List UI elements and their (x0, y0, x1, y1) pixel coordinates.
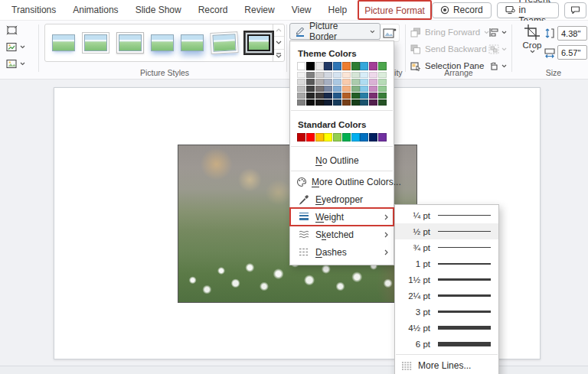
standard-color-swatch[interactable] (297, 133, 305, 141)
theme-variant-swatch[interactable] (378, 72, 387, 78)
theme-variant-swatch[interactable] (324, 99, 332, 106)
standard-color-swatch[interactable] (360, 133, 368, 141)
record-button[interactable]: Record (432, 2, 492, 18)
theme-variant-swatch[interactable] (297, 99, 305, 106)
standard-color-swatch[interactable] (342, 133, 351, 141)
send-backward-button[interactable]: Send Backward (410, 42, 496, 56)
theme-variant-swatch[interactable] (315, 86, 324, 92)
theme-variant-swatch[interactable] (351, 99, 360, 106)
group-objects-button[interactable] (488, 42, 507, 56)
standard-color-swatch[interactable] (369, 133, 377, 141)
theme-variant-swatch[interactable] (297, 79, 305, 85)
theme-color-swatch[interactable] (315, 62, 324, 70)
theme-variant-swatch[interactable] (315, 93, 324, 99)
theme-variant-swatch[interactable] (378, 99, 387, 106)
theme-variant-swatch[interactable] (333, 99, 341, 106)
theme-variant-swatch[interactable] (351, 72, 360, 78)
weight-option-4½-pt[interactable]: 4½ pt (395, 320, 498, 336)
theme-variant-swatch[interactable] (351, 79, 360, 85)
tab-picture-format[interactable]: Picture Format (364, 5, 425, 16)
menu-item-more-outline-colors[interactable]: More Outline Colors... (290, 173, 394, 190)
picture-style-thumbnail[interactable] (116, 32, 144, 54)
picture-style-thumbnail[interactable] (52, 34, 75, 51)
theme-color-swatch[interactable] (342, 62, 351, 70)
theme-variant-swatch[interactable] (360, 79, 368, 85)
theme-variant-swatch[interactable] (369, 79, 377, 85)
picture-border-button[interactable]: Picture Border (289, 23, 381, 40)
picture-style-thumbnail-selected[interactable] (245, 32, 273, 54)
theme-variant-swatch[interactable] (297, 93, 305, 99)
tab-slide-show[interactable]: Slide Show (127, 5, 190, 15)
theme-color-swatch[interactable] (297, 62, 305, 70)
picture-style-thumbnail[interactable] (210, 31, 238, 54)
theme-variant-swatch[interactable] (306, 99, 315, 106)
standard-color-swatch[interactable] (324, 133, 332, 141)
theme-variant-swatch[interactable] (378, 79, 387, 85)
corrections-button[interactable] (6, 42, 25, 52)
theme-variant-swatch[interactable] (360, 99, 368, 106)
weight-option-1½-pt[interactable]: 1½ pt (395, 272, 498, 288)
weight-option-¼-pt[interactable]: ¼ pt (395, 207, 498, 223)
theme-color-swatch[interactable] (324, 62, 332, 70)
theme-color-swatch[interactable] (306, 62, 315, 70)
menu-item-no-outline[interactable]: No Outline (290, 151, 394, 169)
picture-style-thumbnail[interactable] (82, 32, 109, 54)
theme-variant-swatch[interactable] (324, 93, 332, 99)
weight-option-3-pt[interactable]: 3 pt (395, 304, 498, 320)
present-in-teams-button[interactable]: Present in Teams (497, 2, 559, 18)
weight-option-2¼-pt[interactable]: 2¼ pt (395, 288, 498, 304)
menu-item-eyedropper[interactable]: Eyedropper (290, 190, 394, 208)
theme-variant-swatch[interactable] (333, 86, 341, 92)
theme-variant-swatch[interactable] (306, 93, 315, 99)
standard-color-swatch[interactable] (333, 133, 341, 141)
theme-variant-swatch[interactable] (306, 79, 315, 85)
menu-item-more-lines[interactable]: More Lines... (395, 357, 498, 374)
theme-variant-swatch[interactable] (333, 72, 341, 78)
remove-background-button[interactable] (6, 25, 18, 35)
weight-option-½-pt[interactable]: ½ pt (395, 223, 498, 239)
comments-button[interactable] (564, 2, 586, 18)
theme-variant-swatch[interactable] (315, 99, 324, 106)
theme-variant-swatch[interactable] (369, 99, 377, 106)
tab-animations[interactable]: Animations (64, 5, 126, 15)
gallery-more-button[interactable] (273, 50, 284, 61)
weight-option-¾-pt[interactable]: ¾ pt (395, 239, 498, 255)
theme-variant-swatch[interactable] (378, 93, 387, 99)
theme-variant-swatch[interactable] (378, 86, 387, 92)
weight-option-1-pt[interactable]: 1 pt (395, 255, 498, 272)
standard-color-swatch[interactable] (315, 133, 324, 141)
theme-variant-swatch[interactable] (306, 86, 315, 92)
tab-record[interactable]: Record (190, 5, 237, 15)
alt-text-button[interactable] (379, 24, 400, 42)
theme-variant-swatch[interactable] (369, 72, 377, 78)
width-input[interactable]: 6.57" (557, 45, 587, 60)
theme-variant-swatch[interactable] (297, 86, 305, 92)
theme-variant-swatch[interactable] (342, 99, 351, 106)
theme-variant-swatch[interactable] (324, 79, 332, 85)
standard-color-swatch[interactable] (378, 133, 387, 141)
tab-transitions[interactable]: Transitions (3, 5, 64, 15)
menu-item-weight[interactable]: Weight (290, 208, 394, 226)
theme-variant-swatch[interactable] (351, 93, 360, 99)
menu-item-sketched[interactable]: Sketched (290, 226, 394, 243)
theme-variant-swatch[interactable] (342, 86, 351, 92)
theme-color-swatch[interactable] (369, 62, 377, 70)
theme-variant-swatch[interactable] (333, 93, 341, 99)
theme-variant-swatch[interactable] (360, 93, 368, 99)
weight-option-6-pt[interactable]: 6 pt (395, 336, 498, 352)
tab-view[interactable]: View (283, 5, 320, 15)
menu-item-dashes[interactable]: Dashes (290, 243, 394, 261)
theme-variant-swatch[interactable] (369, 93, 377, 99)
gallery-scroll-up-button[interactable] (273, 24, 284, 37)
tab-review[interactable]: Review (236, 5, 283, 15)
color-button[interactable] (6, 59, 25, 69)
theme-variant-swatch[interactable] (315, 72, 324, 78)
theme-color-swatch[interactable] (360, 62, 368, 70)
height-input[interactable]: 4.38" (557, 26, 587, 41)
theme-color-swatch[interactable] (378, 62, 387, 70)
theme-variant-swatch[interactable] (315, 79, 324, 85)
theme-variant-swatch[interactable] (333, 79, 341, 85)
standard-color-swatch[interactable] (351, 133, 360, 141)
theme-variant-swatch[interactable] (351, 86, 360, 92)
theme-variant-swatch[interactable] (342, 93, 351, 99)
